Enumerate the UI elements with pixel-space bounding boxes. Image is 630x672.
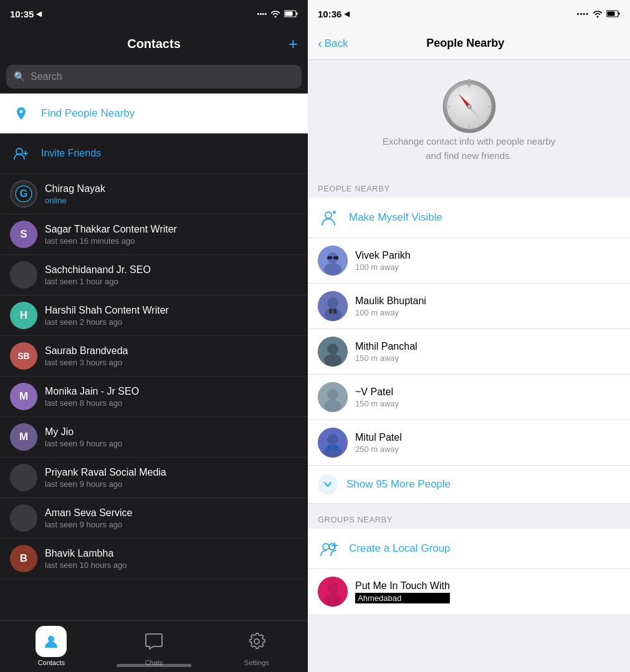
svg-point-28 [468, 105, 470, 108]
person-name: Maulik Bhuptani [355, 295, 426, 307]
list-item[interactable]: SB Saurab Brandveda last seen 3 hours ag… [0, 336, 308, 377]
signal-icon-left: •••• [257, 10, 267, 17]
contacts-tab-icon [36, 626, 67, 657]
contact-status: last seen 2 hours ago [45, 317, 169, 327]
search-input[interactable]: Search [31, 71, 62, 82]
list-item[interactable]: Maulik Bhuptani 100 m away [308, 284, 630, 329]
show-more-row[interactable]: Show 95 More People [308, 466, 630, 504]
find-people-nearby-row[interactable]: Find People Nearby [0, 94, 308, 133]
left-header: Contacts + [0, 27, 308, 60]
tab-chats[interactable]: Chats [103, 626, 206, 666]
svg-point-48 [327, 389, 338, 400]
contact-status: last seen 3 hours ago [45, 358, 128, 367]
avatar [318, 246, 348, 276]
tab-contacts[interactable]: Contacts [0, 626, 103, 666]
person-info: Vivek Parikh 100 m away [355, 250, 411, 272]
list-item[interactable]: G Chirag Nayak online [0, 174, 308, 214]
battery-icon-right [606, 10, 620, 17]
back-chevron-icon: ‹ [318, 36, 322, 50]
tab-settings[interactable]: Settings [205, 626, 308, 666]
list-item[interactable]: Priyank Raval Social Media last seen 9 h… [0, 458, 308, 498]
avatar: SB [10, 342, 37, 370]
svg-point-58 [327, 583, 338, 594]
list-item[interactable]: S Sagar Thakkar Content Writer last seen… [0, 214, 308, 255]
contact-name: Bhavik Lambha [45, 548, 127, 559]
contact-name: Saurab Brandveda [45, 345, 128, 357]
chats-tab-icon [138, 626, 169, 657]
make-visible-label: Make Myself Visible [349, 211, 442, 224]
contact-status: last seen 9 hours ago [45, 520, 133, 529]
status-icons-right: •••• [577, 10, 620, 17]
list-item[interactable]: ~V Patel 150 m away [308, 375, 630, 420]
contact-status: last seen 10 hours ago [45, 560, 127, 570]
list-item[interactable]: Vivek Parikh 100 m away [308, 238, 630, 284]
avatar [318, 337, 348, 367]
svg-rect-54 [334, 445, 338, 451]
contact-status: last seen 9 hours ago [45, 439, 122, 448]
avatar [10, 261, 37, 289]
battery-icon-left [284, 10, 298, 17]
svg-point-55 [323, 544, 329, 550]
person-distance: 150 m away [355, 353, 418, 363]
make-myself-visible-row[interactable]: Make Myself Visible [308, 198, 630, 238]
list-item[interactable]: Sachchidanand Jr. SEO last seen 1 hour a… [0, 255, 308, 295]
wifi-icon-right [593, 10, 603, 17]
avatar: G [10, 180, 37, 208]
search-bar[interactable]: 🔍 Search [6, 65, 302, 89]
create-group-icon [318, 537, 340, 560]
hero-section: Exchange contact info with people nearby… [308, 60, 630, 178]
add-contact-button[interactable]: + [289, 34, 298, 54]
svg-point-31 [468, 79, 470, 81]
svg-rect-42 [329, 309, 332, 314]
contact-info: Sachchidanand Jr. SEO last seen 1 hour a… [45, 264, 151, 286]
invite-friends-label: Invite Friends [41, 148, 101, 159]
person-name: Mithil Panchal [355, 341, 418, 352]
groups-nearby-label: GROUPS NEARBY [318, 515, 393, 524]
groups-nearby-section-header: GROUPS NEARBY [308, 509, 630, 529]
contact-info: Sagar Thakkar Content Writer last seen 1… [45, 224, 177, 246]
person-info: ~V Patel 150 m away [355, 386, 399, 408]
contact-name: Monika Jain - Jr SEO [45, 386, 139, 397]
location-icon-right: ◀ [344, 9, 350, 18]
list-item[interactable]: Mithil Panchal 150 m away [308, 329, 630, 375]
contact-name: Sagar Thakkar Content Writer [45, 224, 177, 235]
svg-point-41 [324, 309, 341, 321]
person-name: ~V Patel [355, 386, 399, 398]
back-button[interactable]: ‹ Back [318, 36, 348, 50]
list-item[interactable]: Aman Seva Service last seen 9 hours ago [0, 498, 308, 539]
signal-icon-right: •••• [577, 10, 589, 17]
back-label[interactable]: Back [325, 37, 348, 50]
svg-point-40 [327, 297, 338, 309]
svg-rect-53 [328, 445, 332, 451]
put-in-touch-row[interactable]: Put Me In Touch With Ahmedabad [308, 569, 630, 614]
list-item[interactable]: M My Jio last seen 9 hours ago [0, 417, 308, 458]
list-item[interactable]: B Bhavik Lambha last seen 10 hours ago [0, 539, 308, 579]
list-item[interactable]: H Harshil Shah Content Writer last seen … [0, 295, 308, 336]
contact-name: Priyank Raval Social Media [45, 467, 166, 478]
svg-rect-1 [297, 12, 298, 15]
create-local-group-row[interactable]: Create a Local Group [308, 529, 630, 569]
contact-name: Aman Seva Service [45, 507, 133, 519]
contact-info: Saurab Brandveda last seen 3 hours ago [45, 345, 128, 367]
svg-rect-9 [619, 12, 620, 15]
person-info: Mithil Panchal 150 m away [355, 341, 418, 363]
contact-info: My Jio last seen 9 hours ago [45, 426, 122, 448]
find-people-label: Find People Nearby [41, 107, 135, 120]
svg-point-7 [48, 636, 54, 642]
person-name: Vivek Parikh [355, 250, 411, 261]
svg-rect-10 [608, 12, 615, 16]
list-item[interactable]: M Monika Jain - Jr SEO last seen 8 hours… [0, 377, 308, 417]
invite-friends-row[interactable]: Invite Friends [0, 133, 308, 174]
contact-info: Harshil Shah Content Writer last seen 2 … [45, 305, 169, 327]
right-panel: 10:36 ◀ •••• ‹ Back People Nearby [308, 0, 630, 672]
contact-info: Chirag Nayak online [45, 183, 105, 205]
left-panel: 10:35 ◀ •••• Contacts + 🔍 Searc [0, 0, 308, 672]
person-distance: 250 m away [355, 444, 402, 454]
avatar: M [10, 383, 37, 410]
contact-status: last seen 9 hours ago [45, 479, 166, 489]
hero-description: Exchange contact info with people nearby… [383, 135, 556, 163]
list-item[interactable]: Mitul Patel 250 m away [308, 420, 630, 466]
avatar [318, 382, 348, 412]
person-distance: 100 m away [355, 262, 411, 272]
location-pin-icon [10, 102, 32, 125]
